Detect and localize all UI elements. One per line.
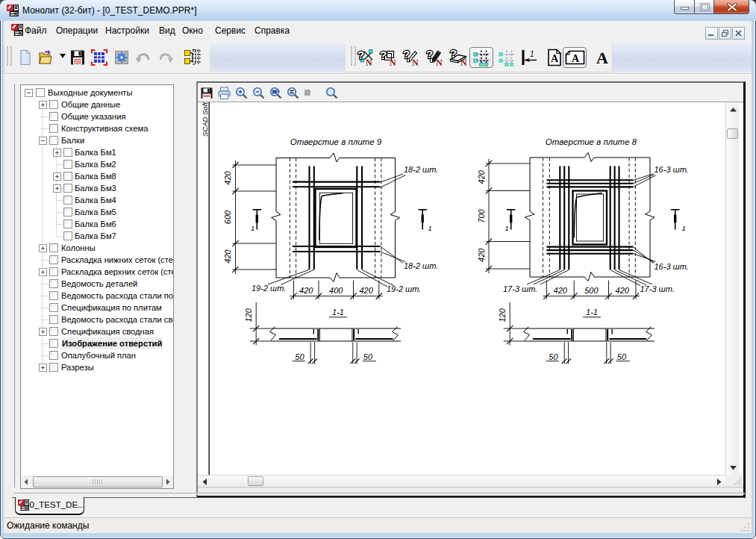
svg-text:Отверстие в плите 8: Отверстие в плите 8 <box>546 137 637 146</box>
svg-text:16-3 шт.: 16-3 шт. <box>655 165 689 174</box>
svg-text:500: 500 <box>584 286 599 295</box>
svg-text:19-2 шт.: 19-2 шт. <box>252 284 286 293</box>
svg-text:420: 420 <box>299 286 313 295</box>
svg-text:420: 420 <box>477 169 486 184</box>
svg-text:17-3 шт.: 17-3 шт. <box>503 284 537 293</box>
svg-text:N: N <box>436 57 443 66</box>
svg-text:600: 600 <box>223 210 232 224</box>
svg-text:1: 1 <box>428 224 432 232</box>
svg-text:16-3 шт.: 16-3 шт. <box>655 262 689 271</box>
svg-text:Отверстие в плите 9: Отверстие в плите 9 <box>290 137 382 146</box>
svg-text:420: 420 <box>223 249 232 263</box>
svg-text:420: 420 <box>223 170 232 184</box>
svg-text:17-3 шт.: 17-3 шт. <box>640 284 675 293</box>
svg-text:A: A <box>572 53 580 64</box>
svg-text:18-2 шт.: 18-2 шт. <box>404 165 438 174</box>
svg-text:18-2 шт.: 18-2 шт. <box>404 261 438 270</box>
svg-text:120: 120 <box>498 308 507 322</box>
svg-text:N: N <box>460 57 467 66</box>
svg-text:A: A <box>596 49 608 67</box>
svg-text:N: N <box>412 57 419 66</box>
svg-text:700: 700 <box>477 208 486 222</box>
svg-text:420: 420 <box>554 286 568 295</box>
svg-text:420: 420 <box>477 248 486 262</box>
svg-text:A: A <box>551 53 559 64</box>
svg-text:19-2 шт.: 19-2 шт. <box>387 284 421 293</box>
svg-text:1-1: 1-1 <box>332 308 344 317</box>
svg-text:1-1: 1-1 <box>586 308 598 317</box>
svg-text:420: 420 <box>616 286 630 295</box>
svg-text:N: N <box>390 57 396 66</box>
svg-text:?: ? <box>403 49 410 60</box>
svg-text:420: 420 <box>359 286 373 295</box>
svg-text:?: ? <box>426 49 433 60</box>
svg-text:50: 50 <box>363 352 373 361</box>
svg-text:?: ? <box>357 49 364 61</box>
svg-text:50: 50 <box>549 352 558 361</box>
svg-text:50: 50 <box>295 352 304 361</box>
svg-text:?: ? <box>450 49 457 60</box>
svg-text:1: 1 <box>505 224 509 232</box>
svg-text:1: 1 <box>251 224 254 232</box>
svg-text:400: 400 <box>329 286 343 295</box>
svg-text:SCAD Soft: SCAD Soft <box>201 102 209 137</box>
svg-text:120: 120 <box>244 308 253 322</box>
svg-text:N: N <box>366 57 372 66</box>
svg-text:1: 1 <box>530 50 534 58</box>
svg-text:?: ? <box>380 49 387 61</box>
svg-text:50: 50 <box>617 352 627 361</box>
svg-text:1: 1 <box>682 224 686 232</box>
